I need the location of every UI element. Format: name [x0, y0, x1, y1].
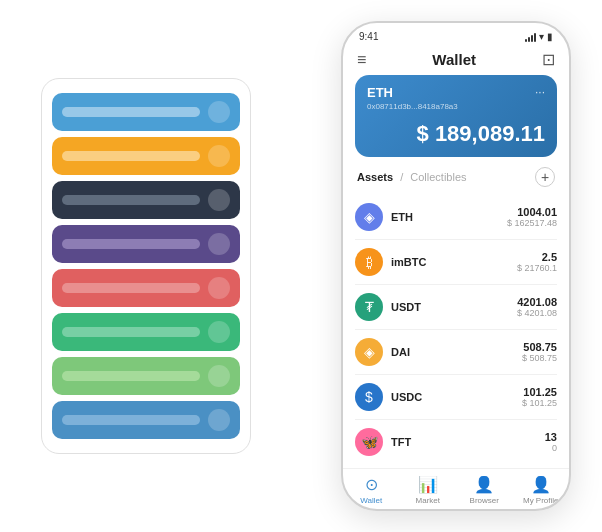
- wallet-nav-label: Wallet: [360, 496, 382, 505]
- asset-item-usdc[interactable]: $ USDC 101.25 $ 101.25: [355, 375, 557, 420]
- tft-amount: 13: [545, 431, 557, 443]
- card-bar-3: [62, 195, 200, 205]
- card-stack: [41, 78, 251, 454]
- tft-values: 13 0: [545, 431, 557, 453]
- asset-list: ◈ ETH 1004.01 $ 162517.48 ₿ imBTC 2.5 $ …: [343, 195, 569, 468]
- nav-market[interactable]: 📊 Market: [400, 475, 457, 505]
- usdt-name: USDT: [391, 301, 517, 313]
- eth-card-more[interactable]: ···: [535, 85, 545, 99]
- browser-nav-icon: 👤: [474, 475, 494, 494]
- phone-mockup: 9:41 ▾ ▮ ≡ Wallet ⊡ ETH ···: [341, 21, 571, 511]
- signal-icon: [525, 32, 536, 42]
- imbtc-name: imBTC: [391, 256, 517, 268]
- usdt-amount: 4201.08: [517, 296, 557, 308]
- usdc-amount: 101.25: [522, 386, 557, 398]
- eth-card[interactable]: ETH ··· 0x08711d3b...8418a78a3 $ 189,089…: [355, 75, 557, 157]
- market-nav-icon: 📊: [418, 475, 438, 494]
- eth-icon: ◈: [355, 203, 383, 231]
- eth-card-amount: $ 189,089.11: [367, 121, 545, 147]
- asset-item-usdt[interactable]: ₮ USDT 4201.08 $ 4201.08: [355, 285, 557, 330]
- card-row-5[interactable]: [52, 269, 240, 307]
- dai-amount: 508.75: [522, 341, 557, 353]
- market-nav-label: Market: [416, 496, 440, 505]
- usdt-usd: $ 4201.08: [517, 308, 557, 318]
- usdc-usd: $ 101.25: [522, 398, 557, 408]
- tft-usd: 0: [545, 443, 557, 453]
- dai-icon: ◈: [355, 338, 383, 366]
- profile-nav-icon: 👤: [531, 475, 551, 494]
- scan-icon[interactable]: ⊡: [542, 50, 555, 69]
- add-asset-button[interactable]: +: [535, 167, 555, 187]
- profile-nav-label: My Profile: [523, 496, 559, 505]
- card-row-1[interactable]: [52, 93, 240, 131]
- card-row-2[interactable]: [52, 137, 240, 175]
- card-bar-4: [62, 239, 200, 249]
- eth-values: 1004.01 $ 162517.48: [507, 206, 557, 228]
- card-dot-3: [208, 189, 230, 211]
- status-icons: ▾ ▮: [525, 31, 553, 42]
- browser-nav-label: Browser: [470, 496, 499, 505]
- status-time: 9:41: [359, 31, 378, 42]
- eth-usd: $ 162517.48: [507, 218, 557, 228]
- tft-icon: 🦋: [355, 428, 383, 456]
- assets-header: Assets / Collectibles +: [343, 167, 569, 195]
- card-bar-8: [62, 415, 200, 425]
- nav-profile[interactable]: 👤 My Profile: [513, 475, 570, 505]
- usdc-values: 101.25 $ 101.25: [522, 386, 557, 408]
- imbtc-icon: ₿: [355, 248, 383, 276]
- imbtc-amount: 2.5: [517, 251, 557, 263]
- battery-icon: ▮: [547, 31, 553, 42]
- card-dot-6: [208, 321, 230, 343]
- card-bar-6: [62, 327, 200, 337]
- asset-item-tft[interactable]: 🦋 TFT 13 0: [355, 420, 557, 464]
- card-dot-4: [208, 233, 230, 255]
- usdc-icon: $: [355, 383, 383, 411]
- tab-collectibles[interactable]: Collectibles: [410, 171, 466, 183]
- asset-item-eth[interactable]: ◈ ETH 1004.01 $ 162517.48: [355, 195, 557, 240]
- card-row-8[interactable]: [52, 401, 240, 439]
- bottom-nav: ⊙ Wallet 📊 Market 👤 Browser 👤 My Profile: [343, 468, 569, 509]
- eth-name: ETH: [391, 211, 507, 223]
- card-row-3[interactable]: [52, 181, 240, 219]
- wallet-nav-icon: ⊙: [365, 475, 378, 494]
- tab-assets[interactable]: Assets: [357, 171, 393, 183]
- tft-name: TFT: [391, 436, 545, 448]
- usdt-values: 4201.08 $ 4201.08: [517, 296, 557, 318]
- card-row-4[interactable]: [52, 225, 240, 263]
- card-bar-2: [62, 151, 200, 161]
- wifi-icon: ▾: [539, 31, 544, 42]
- card-dot-8: [208, 409, 230, 431]
- card-dot-1: [208, 101, 230, 123]
- asset-tabs: Assets / Collectibles: [357, 171, 467, 183]
- eth-amount: 1004.01: [507, 206, 557, 218]
- card-bar-5: [62, 283, 200, 293]
- card-dot-5: [208, 277, 230, 299]
- card-dot-7: [208, 365, 230, 387]
- dai-usd: $ 508.75: [522, 353, 557, 363]
- card-row-7[interactable]: [52, 357, 240, 395]
- menu-icon[interactable]: ≡: [357, 51, 366, 69]
- card-bar-7: [62, 371, 200, 381]
- phone-header: ≡ Wallet ⊡: [343, 46, 569, 75]
- page-title: Wallet: [432, 51, 476, 68]
- card-bar-1: [62, 107, 200, 117]
- scene: 9:41 ▾ ▮ ≡ Wallet ⊡ ETH ···: [11, 11, 591, 521]
- usdc-name: USDC: [391, 391, 522, 403]
- usdt-icon: ₮: [355, 293, 383, 321]
- card-dot-2: [208, 145, 230, 167]
- card-row-6[interactable]: [52, 313, 240, 351]
- imbtc-usd: $ 21760.1: [517, 263, 557, 273]
- dai-values: 508.75 $ 508.75: [522, 341, 557, 363]
- imbtc-values: 2.5 $ 21760.1: [517, 251, 557, 273]
- nav-wallet[interactable]: ⊙ Wallet: [343, 475, 400, 505]
- eth-card-address: 0x08711d3b...8418a78a3: [367, 102, 545, 111]
- eth-card-label: ETH: [367, 85, 393, 100]
- eth-card-top: ETH ···: [367, 85, 545, 100]
- asset-item-imbtc[interactable]: ₿ imBTC 2.5 $ 21760.1: [355, 240, 557, 285]
- nav-browser[interactable]: 👤 Browser: [456, 475, 513, 505]
- asset-item-dai[interactable]: ◈ DAI 508.75 $ 508.75: [355, 330, 557, 375]
- dai-name: DAI: [391, 346, 522, 358]
- status-bar: 9:41 ▾ ▮: [343, 23, 569, 46]
- tab-separator: /: [400, 171, 403, 183]
